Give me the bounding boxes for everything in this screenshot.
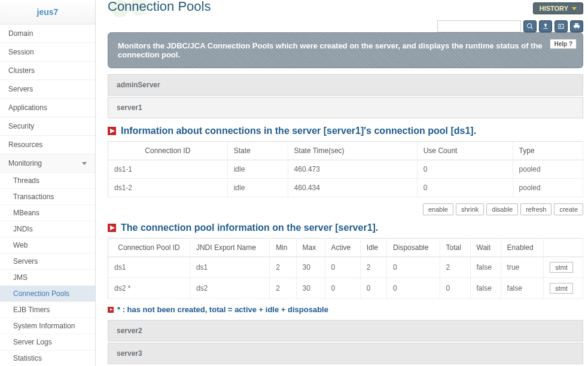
- table-header: Connection Pool ID: [108, 239, 190, 257]
- help-button[interactable]: Help ?: [550, 39, 577, 49]
- sidebar-subitem-server-logs[interactable]: Server Logs: [0, 334, 95, 350]
- table-cell: 0: [387, 278, 440, 299]
- table-cell: ds1-2: [108, 179, 228, 197]
- table-cell: pooled: [513, 160, 583, 179]
- search-input[interactable]: [437, 20, 521, 32]
- table-cell: false: [470, 257, 501, 278]
- table-cell: ds1-1: [108, 160, 228, 179]
- brand-title: jeus7: [0, 0, 95, 25]
- table-cell: 2: [270, 257, 296, 278]
- table-cell: 30: [296, 257, 325, 278]
- table-cell: 2: [270, 278, 296, 299]
- table-header: Use Count: [417, 142, 513, 160]
- table-header: Min: [270, 239, 296, 257]
- flag-icon: [108, 224, 116, 232]
- table-cell: ds1: [190, 257, 269, 278]
- nav-list: DomainSessionClustersServersApplications…: [0, 25, 95, 366]
- history-label: HISTORY: [540, 5, 568, 12]
- sidebar-item-clusters[interactable]: Clusters: [0, 62, 95, 80]
- table-row: ds2 *ds22300000falsefalsestmt: [108, 278, 583, 299]
- table-cell: 460.473: [288, 160, 417, 179]
- main-content: HISTORY Connection Pools Monitors the JD…: [96, 0, 588, 366]
- description-text: Monitors the JDBC/JCA Connection Pools w…: [118, 41, 543, 59]
- disable-button[interactable]: disable: [486, 203, 518, 215]
- table-header: State Time(sec): [288, 142, 417, 160]
- table-cell: ds2 *: [108, 278, 190, 299]
- sidebar-subitem-threads[interactable]: Threads: [0, 173, 95, 189]
- export-icon-button[interactable]: [539, 20, 552, 32]
- sidebar-item-domain[interactable]: Domain: [0, 25, 95, 43]
- table-cell: true: [501, 257, 544, 278]
- table-row: ds1ds12300202falsetruestmt: [108, 257, 583, 278]
- sidebar-subitem-connection-pools[interactable]: Connection Pools: [0, 286, 95, 302]
- table-cell: idle: [227, 179, 288, 197]
- chevron-down-icon: [82, 162, 87, 165]
- server-row[interactable]: server2: [108, 320, 583, 341]
- enable-button[interactable]: enable: [423, 203, 453, 215]
- table-row: ds1-1idle460.4730pooled: [108, 160, 583, 179]
- table-header: JNDI Export Name: [190, 239, 269, 257]
- pool-table: Connection Pool IDJNDI Export NameMinMax…: [108, 238, 583, 299]
- table-header: Wait: [470, 239, 501, 257]
- table-cell: 0: [387, 257, 440, 278]
- footnote-text: * : has not been created, total = active…: [117, 305, 328, 314]
- table-header: Type: [513, 142, 583, 160]
- server-row[interactable]: server3: [108, 343, 583, 364]
- sidebar-subitem-jms[interactable]: JMS: [0, 270, 95, 286]
- flag-icon: [108, 307, 114, 313]
- page-title: Connection Pools: [108, 0, 583, 14]
- sidebar-item-servers[interactable]: Servers: [0, 80, 95, 99]
- table-cell: 0: [325, 257, 360, 278]
- sidebar-item-session[interactable]: Session: [0, 43, 95, 62]
- stmt-button[interactable]: stmt: [550, 283, 573, 294]
- sidebar-item-security[interactable]: Security: [0, 117, 95, 136]
- history-button[interactable]: HISTORY: [533, 2, 583, 14]
- table-cell: 30: [296, 278, 325, 299]
- server-row[interactable]: server1: [108, 97, 583, 118]
- sidebar-subitem-ejb-timers[interactable]: EJB Timers: [0, 302, 95, 318]
- flag-icon: [108, 127, 116, 135]
- table-header: Disposable: [387, 239, 440, 257]
- table-header: Total: [440, 239, 470, 257]
- print-icon-button[interactable]: [570, 20, 583, 32]
- table-cell: pooled: [513, 179, 583, 197]
- export-icon: [542, 23, 549, 30]
- description-banner: Monitors the JDBC/JCA Connection Pools w…: [108, 32, 583, 68]
- table-cell: 0: [325, 278, 360, 299]
- table-header: Active: [325, 239, 360, 257]
- sidebar-subitem-system-information[interactable]: System Information: [0, 318, 95, 334]
- sidebar-subitem-transactions[interactable]: Transactions: [0, 189, 95, 205]
- table-cell: 0: [417, 160, 513, 179]
- connections-section-title: Information about connections in the ser…: [121, 126, 476, 136]
- search-icon-button[interactable]: [523, 20, 537, 32]
- create-button[interactable]: create: [554, 203, 583, 215]
- shrink-button[interactable]: shrink: [456, 203, 484, 215]
- sidebar-item-resources[interactable]: Resources: [0, 136, 95, 154]
- sidebar-item-applications[interactable]: Applications: [0, 99, 95, 117]
- table-header: Max: [296, 239, 325, 257]
- sidebar-item-monitoring[interactable]: Monitoring: [0, 154, 95, 173]
- table-cell-action: stmt: [544, 257, 583, 278]
- search-icon: [526, 23, 534, 30]
- connections-section-header: Information about connections in the ser…: [108, 126, 583, 136]
- server-row[interactable]: adminServer: [108, 74, 583, 96]
- sidebar-subitem-jndis[interactable]: JNDIs: [0, 221, 95, 237]
- table-cell-action: stmt: [544, 278, 583, 299]
- sidebar-subitem-mbeans[interactable]: MBeans: [0, 205, 95, 221]
- refresh-button[interactable]: refresh: [520, 203, 552, 215]
- sidebar-subitem-web[interactable]: Web: [0, 237, 95, 254]
- connections-table: Connection IDStateState Time(sec)Use Cou…: [108, 141, 583, 197]
- sidebar-subitem-statistics[interactable]: Statistics: [0, 350, 95, 366]
- table-cell: 0: [360, 278, 386, 299]
- table-header: [544, 239, 583, 257]
- pool-section-header: The connection pool information on the s…: [108, 222, 583, 233]
- table-cell: 2: [360, 257, 386, 278]
- table-row: ds1-2idle460.4340pooled: [108, 179, 583, 197]
- stmt-button[interactable]: stmt: [550, 262, 573, 273]
- table-cell: 0: [417, 179, 513, 197]
- chevron-down-icon: [572, 7, 577, 10]
- table-header: Connection ID: [108, 142, 228, 160]
- print-icon: [573, 23, 580, 30]
- xml-icon-button[interactable]: [555, 20, 568, 32]
- sidebar-subitem-servers[interactable]: Servers: [0, 254, 95, 270]
